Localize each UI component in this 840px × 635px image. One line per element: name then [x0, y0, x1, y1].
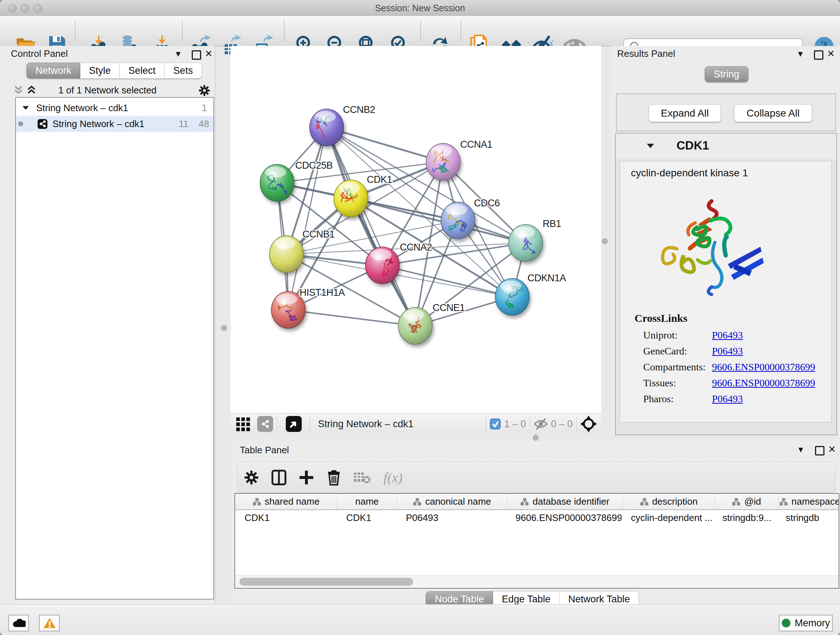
pan-crosshair-icon[interactable] [580, 416, 597, 432]
hidden-eye-icon[interactable] [534, 418, 548, 430]
delete-column-icon[interactable] [327, 470, 341, 486]
tab-sets[interactable]: Sets [164, 63, 202, 79]
control-panel-tabs: NetworkStyleSelectSets [27, 63, 202, 79]
column-header-description[interactable]: description [623, 494, 715, 509]
crosslink-row: Compartments:9606.ENSP00000378699 [643, 359, 824, 375]
network-label: String Network – cdk1 [52, 119, 144, 130]
right-splitter-handle[interactable] [602, 238, 608, 244]
gene-section-header[interactable]: CDK1 [616, 134, 836, 159]
network-node-RB1[interactable] [508, 225, 543, 261]
float-panel-icon[interactable] [814, 50, 823, 61]
column-header-shared-name[interactable]: shared name [235, 494, 337, 509]
tree-expander-icon[interactable] [22, 105, 30, 111]
network-row-selected[interactable]: String Network – cdk1 11 48 [16, 116, 213, 132]
bottom-splitter-handle[interactable] [533, 435, 538, 440]
close-panel-icon[interactable]: ✕ [827, 48, 835, 59]
network-node-CDC25B[interactable] [260, 165, 294, 201]
add-column-icon[interactable] [299, 470, 314, 485]
network-node-CCNE1[interactable] [398, 307, 432, 344]
collapse-all-button[interactable]: Collapse All [734, 104, 812, 122]
node-label: CCNB1 [302, 229, 335, 240]
node-label: CDKN1A [527, 272, 566, 283]
network-collection-row[interactable]: String Network – cdk1 1 [16, 100, 213, 116]
warnings-button[interactable] [39, 615, 60, 631]
crosslink-link[interactable]: 9606.ENSP00000378699 [712, 377, 815, 389]
tab-style[interactable]: Style [80, 63, 120, 79]
panel-menu-icon[interactable]: ▾ [798, 48, 803, 59]
birdseye-view-icon[interactable] [286, 416, 302, 432]
hidden-count: 0 – 0 [551, 418, 573, 430]
tab-network[interactable]: Network [27, 63, 80, 79]
selected-checkbox-icon[interactable] [490, 418, 501, 429]
column-header-canonical-name[interactable]: canonical name [397, 494, 507, 509]
node-label: CCNA1 [460, 139, 493, 150]
cell-canonical-name[interactable]: P06493 [396, 512, 506, 524]
tab-select[interactable]: Select [120, 63, 164, 79]
crosslinks-list: Uniprot:P06493GeneCard:P06493Compartment… [643, 327, 824, 407]
network-node-CCNB1[interactable] [270, 236, 303, 272]
network-node-CCNA1[interactable] [426, 143, 460, 180]
node-label: CCNB2 [343, 104, 375, 115]
collection-label: String Network – cdk1 [36, 103, 128, 114]
network-edge[interactable] [288, 310, 415, 326]
close-panel-icon[interactable]: ✕ [828, 444, 836, 455]
show-columns-icon[interactable] [271, 470, 286, 486]
cloud-button[interactable] [8, 615, 29, 631]
string-view-icon[interactable] [257, 416, 273, 432]
scrollbar-thumb[interactable] [240, 578, 413, 586]
options-gear-icon[interactable] [198, 84, 210, 97]
float-panel-icon[interactable] [192, 50, 201, 61]
left-splitter-handle[interactable] [221, 325, 227, 331]
crosslink-link[interactable]: P06493 [712, 393, 743, 405]
panel-menu-icon[interactable]: ▾ [176, 48, 180, 59]
cell-@id[interactable]: stringdb:9... [713, 512, 776, 524]
cell-shared-name[interactable]: CDK1 [235, 512, 337, 524]
column-header-@id[interactable]: @id [715, 494, 778, 509]
cell-database-identifier[interactable]: 9606.ENSP00000378699 [506, 512, 622, 524]
float-panel-icon[interactable] [815, 446, 824, 457]
network-status-dot [18, 121, 23, 126]
selected-count: 1 – 0 [504, 418, 526, 430]
function-builder-icon: f(x) [384, 470, 403, 486]
network-node-CCNA2[interactable] [365, 247, 399, 284]
network-node-CDKN1A[interactable] [495, 279, 529, 315]
string-network-icon [38, 119, 47, 129]
column-header-namespace[interactable]: namespace [778, 494, 839, 509]
app-status-bar: Memory [0, 604, 840, 635]
tab-string[interactable]: String [705, 66, 748, 82]
close-panel-icon[interactable]: ✕ [205, 48, 213, 59]
network-edge[interactable] [288, 127, 327, 310]
node-label: CDK1 [367, 174, 392, 185]
crosslink-link[interactable]: P06493 [712, 329, 743, 341]
node-label: CCNA2 [400, 242, 432, 253]
network-node-CDC6[interactable] [441, 202, 475, 239]
section-expander-icon[interactable] [646, 142, 655, 149]
application-window: Session: New Session ? Control Panel [0, 0, 840, 635]
crosslink-link[interactable]: 9606.ENSP00000378699 [712, 361, 815, 373]
network-node-CDK1[interactable] [334, 180, 368, 217]
network-edge[interactable] [327, 127, 443, 162]
cloud-icon [12, 618, 26, 628]
horizontal-scrollbar[interactable] [235, 575, 838, 588]
crosslink-row: Tissues:9606.ENSP00000378699 [643, 375, 824, 391]
network-canvas[interactable]: CCNB2CCNA1CDC25BCDK1CDC6RB1CCNB1CCNA2CDK… [231, 46, 601, 413]
network-graph[interactable]: CCNB2CCNA1CDC25BCDK1CDC6RB1CCNB1CCNA2CDK… [231, 46, 601, 413]
crosslink-link[interactable]: P06493 [712, 345, 743, 357]
delete-table-icon[interactable] [353, 471, 371, 484]
column-header-database-identifier[interactable]: database identifier [507, 494, 623, 509]
cell-namespace[interactable]: stringdb [776, 512, 838, 524]
memory-button[interactable]: Memory [779, 615, 833, 631]
table-row[interactable]: CDK1CDK1P064939606.ENSP00000378699cyclin… [235, 510, 838, 525]
column-type-icon [413, 498, 422, 506]
protein-structure-image [645, 182, 765, 309]
grid-view-icon[interactable] [235, 416, 251, 432]
table-toolbar: f(x) [237, 462, 836, 493]
cell-description[interactable]: cyclin-dependent ... [622, 512, 713, 524]
table-header-row: shared namenamecanonical namedatabase id… [235, 494, 838, 510]
panel-menu-icon[interactable]: ▾ [798, 444, 803, 455]
cell-name[interactable]: CDK1 [337, 512, 396, 524]
network-node-CCNB2[interactable] [309, 109, 344, 146]
column-header-name[interactable]: name [337, 494, 397, 509]
expand-all-button[interactable]: Expand All [649, 104, 721, 122]
table-gear-icon[interactable] [244, 470, 259, 485]
